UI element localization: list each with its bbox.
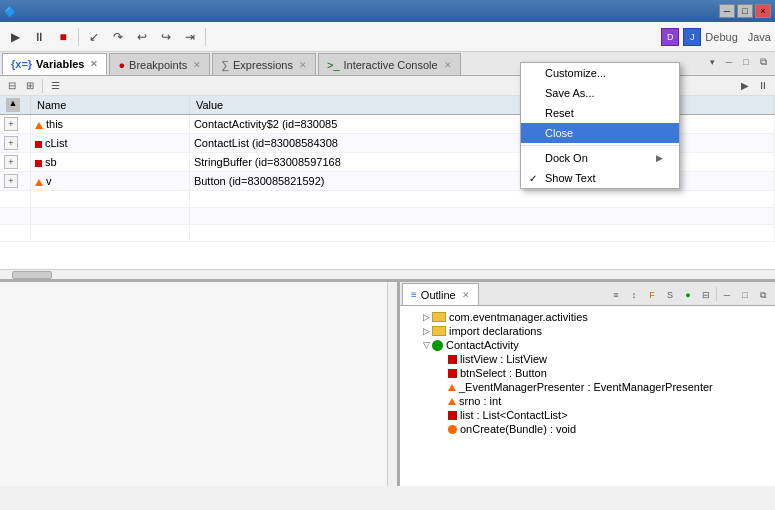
java-perspective-btn[interactable]: J — [683, 28, 701, 46]
expand-icon[interactable]: + — [4, 117, 18, 131]
tab-breakpoints[interactable]: ● Breakpoints ✕ — [109, 53, 210, 75]
outline-sep — [716, 287, 717, 301]
outline-filter2-btn[interactable]: ⊟ — [698, 287, 714, 303]
tree-label-list: list : List<ContactList> — [460, 409, 568, 421]
menu-item-close[interactable]: Close — [521, 123, 679, 143]
breakpoints-tab-close[interactable]: ✕ — [193, 60, 201, 70]
minimize-panel-btn[interactable]: ─ — [721, 54, 737, 70]
menu-item-customize[interactable]: Customize... — [521, 63, 679, 83]
maximize-button[interactable]: □ — [737, 4, 753, 18]
menu-item-save-as[interactable]: Save As... — [521, 83, 679, 103]
field-red-icon-2 — [448, 369, 457, 378]
outline-filter-static-btn[interactable]: S — [662, 287, 678, 303]
outline-green-dot[interactable]: ● — [680, 287, 696, 303]
breakpoints-tab-icon: ● — [118, 59, 125, 71]
menu-item-dock-on[interactable]: Dock On ▶ — [521, 148, 679, 168]
name-cell: this — [31, 115, 190, 134]
value-cell: Button (id=830085821592) — [189, 172, 774, 191]
tree-item-class[interactable]: ▽ ContactActivity — [404, 338, 771, 352]
outline-panel-controls: ≡ ↕ F S ● ⊟ ─ □ ⧉ — [608, 287, 771, 303]
perspective-buttons: D J Debug Java — [661, 28, 771, 46]
expand-cell[interactable]: + — [0, 134, 31, 153]
field-tri-icon-1 — [448, 384, 456, 391]
step-back-btn[interactable]: ↪ — [155, 26, 177, 48]
console-tab-label: Interactive Console — [344, 59, 438, 71]
bottom-left-vscrollbar[interactable] — [387, 282, 397, 486]
outline-minimize-btn[interactable]: ─ — [719, 287, 735, 303]
expressions-tab-close[interactable]: ✕ — [299, 60, 307, 70]
expand-cell[interactable]: + — [0, 115, 31, 134]
close-window-button[interactable]: × — [755, 4, 771, 18]
java-label: Java — [748, 31, 771, 43]
outline-filter-fields-btn[interactable]: F — [644, 287, 660, 303]
outline-sort-btn[interactable]: ↕ — [626, 287, 642, 303]
layout-var-btn[interactable]: ⊞ — [22, 78, 38, 94]
tree-item-btnselect[interactable]: btnSelect : Button — [404, 366, 771, 380]
menu-label-close: Close — [545, 127, 573, 139]
select-all-btn[interactable]: ☰ — [47, 78, 63, 94]
restore-panel-btn[interactable]: ⧉ — [755, 54, 771, 70]
variables-tab-close[interactable]: ✕ — [90, 59, 98, 69]
outline-restore-btn[interactable]: ⧉ — [755, 287, 771, 303]
outline-maximize-btn[interactable]: □ — [737, 287, 753, 303]
hscroll-thumb[interactable] — [12, 271, 52, 279]
tree-label-srno: srno : int — [459, 395, 501, 407]
menu-item-reset[interactable]: Reset — [521, 103, 679, 123]
minimize-button[interactable]: ─ — [719, 4, 735, 18]
outline-tab-bar: ≡ Outline ✕ ≡ ↕ F S ● ⊟ ─ □ ⧉ — [400, 282, 775, 306]
tree-item-package[interactable]: ▷ com.eventmanager.activities — [404, 310, 771, 324]
variables-hscrollbar[interactable] — [0, 269, 775, 279]
tree-expand-pkg[interactable]: ▷ — [420, 311, 432, 323]
step-over-btn[interactable]: ↷ — [107, 26, 129, 48]
var-btn-right1[interactable]: ▶ — [737, 78, 753, 94]
menu-item-show-text[interactable]: ✓ Show Text — [521, 168, 679, 188]
toolbar-separator-2 — [205, 28, 206, 46]
tree-item-oncreate[interactable]: onCreate(Bundle) : void — [404, 422, 771, 436]
var-toolbar-sep — [42, 79, 43, 93]
outline-collapse-btn[interactable]: ≡ — [608, 287, 624, 303]
tree-expand-class[interactable]: ▽ — [420, 339, 432, 351]
expand-cell[interactable]: + — [0, 172, 31, 191]
tab-expressions[interactable]: ∑ Expressions ✕ — [212, 53, 316, 75]
step-return-btn[interactable]: ↩ — [131, 26, 153, 48]
tree-expand-imports[interactable]: ▷ — [420, 325, 432, 337]
expand-icon[interactable]: + — [4, 174, 18, 188]
expand-icon[interactable]: + — [4, 136, 18, 150]
view-menu-btn[interactable]: ▾ — [704, 54, 720, 70]
tree-item-presenter[interactable]: _EventManagerPresenter : EventManagerPre… — [404, 380, 771, 394]
tab-variables[interactable]: {x=} Variables ✕ — [2, 53, 107, 75]
tree-label-imports: import declarations — [449, 325, 542, 337]
outline-close[interactable]: ✕ — [462, 290, 470, 300]
tree-item-listview[interactable]: listView : ListView — [404, 352, 771, 366]
value-cell: ContactList (id=83008584308 — [189, 134, 774, 153]
step-fwd-btn[interactable]: ⇥ — [179, 26, 201, 48]
var-name: sb — [45, 156, 57, 168]
tab-outline[interactable]: ≡ Outline ✕ — [402, 283, 479, 305]
expand-cell[interactable]: + — [0, 153, 31, 172]
console-tab-close[interactable]: ✕ — [444, 60, 452, 70]
collapse-all-btn[interactable]: ⊟ — [4, 78, 20, 94]
bottom-left-panel — [0, 282, 400, 486]
tree-item-list[interactable]: list : List<ContactList> — [404, 408, 771, 422]
var-btn-right2[interactable]: ⏸ — [755, 78, 771, 94]
tree-item-imports[interactable]: ▷ import declarations — [404, 324, 771, 338]
debug-suspend-btn[interactable]: ⏸ — [28, 26, 50, 48]
tree-label-oncreate: onCreate(Bundle) : void — [460, 423, 576, 435]
tree-expand-empty3 — [436, 381, 448, 393]
triangle-icon — [35, 122, 43, 129]
debug-perspective-btn[interactable]: D — [661, 28, 679, 46]
outline-panel: ≡ Outline ✕ ≡ ↕ F S ● ⊟ ─ □ ⧉ — [400, 282, 775, 486]
debug-step-btn[interactable]: ▶ — [4, 26, 26, 48]
expand-icon[interactable]: + — [4, 155, 18, 169]
step-into-btn[interactable]: ↙ — [83, 26, 105, 48]
table-row-empty-2 — [0, 208, 775, 225]
tree-item-srno[interactable]: srno : int — [404, 394, 771, 408]
maximize-panel-btn[interactable]: □ — [738, 54, 754, 70]
square-icon — [35, 141, 42, 148]
tab-interactive-console[interactable]: >_ Interactive Console ✕ — [318, 53, 461, 75]
debug-stop-btn[interactable]: ■ — [52, 26, 74, 48]
sort-col[interactable]: ▲ — [0, 96, 31, 115]
menu-arrow-icon: ▶ — [656, 153, 663, 163]
tree-label-listview: listView : ListView — [460, 353, 547, 365]
tree-expand-empty2 — [436, 367, 448, 379]
